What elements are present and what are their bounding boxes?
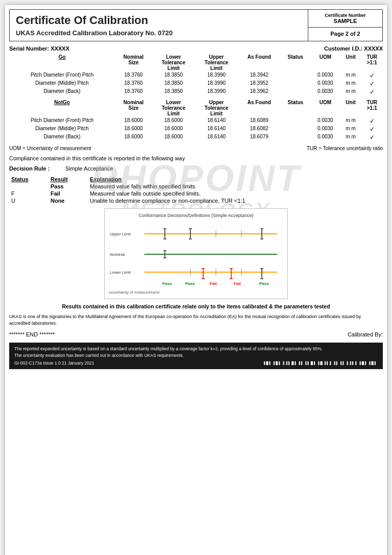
go-table-row: Diameter (Middle) Pitch 18.3760 18.3850 … xyxy=(9,80,383,88)
notgo-table-row: Pitch Diameter (Front) Pitch 18.6000 18.… xyxy=(9,117,383,125)
col-unit: Unit xyxy=(340,54,361,71)
notgo-row-tur: ✓ xyxy=(361,125,383,133)
serial-customer-row: Serial Number: XXXXX Customer I.D.: XXXX… xyxy=(9,45,383,52)
svg-text:Nominal: Nominal xyxy=(110,252,125,257)
notgo-row-as-found: 18.6079 xyxy=(238,133,280,141)
svg-text:Upper Limit: Upper Limit xyxy=(110,232,131,236)
notgo-col-as-found: As Found xyxy=(238,99,280,117)
serial-label: Serial Number: xyxy=(9,45,49,52)
notgo-table-row: Diameter (Back) 18.6000 18.6000 18.6140 … xyxy=(9,133,383,141)
go-row-tur: ✓ xyxy=(361,88,383,96)
page-number-box: Page 2 of 2 xyxy=(308,28,382,40)
cert-number-box: Certificate Number SAMPLE xyxy=(308,10,382,28)
barcode: ▐█▌▐█▌▐▐▌█▌▐▌▐▌█▌▐█▐▌▌▐▌▐▌▐▐▌▌▐█▌▐█▌ xyxy=(263,361,378,366)
go-row-unit: m m xyxy=(340,88,361,96)
svg-text:Fail: Fail xyxy=(234,281,241,286)
notgo-row-as-found: 18.6089 xyxy=(238,117,280,125)
go-row-as-found: 18.3962 xyxy=(238,88,280,96)
go-row-status xyxy=(281,80,311,88)
notgo-section-header: NotGo xyxy=(9,99,115,117)
go-table-row: Pitch Diameter (Front) Pitch 18.3760 18.… xyxy=(9,71,383,80)
col-tur: TUR>1:1 xyxy=(361,54,383,71)
decision-rule-value: Simple Acceptance xyxy=(65,165,113,172)
notgo-row-name: Diameter (Back) xyxy=(9,133,115,141)
go-section-header: Go xyxy=(9,54,115,71)
notgo-col-nominal: NominalSize xyxy=(115,99,152,117)
svg-text:Fail: Fail xyxy=(210,281,217,286)
col-uom: UOM xyxy=(310,54,340,71)
notgo-row-lower: 18.6000 xyxy=(152,133,195,141)
notgo-table: NotGo NominalSize LowerToleranceLimit Up… xyxy=(9,99,383,141)
go-row-tur: ✓ xyxy=(361,80,383,88)
explanation-col-header: Explanation xyxy=(88,176,383,183)
notgo-col-tur: TUR>1:1 xyxy=(361,99,383,117)
cert-number-value: SAMPLE xyxy=(310,18,380,24)
end-section: ******* END ******* Calibrated By: xyxy=(9,331,383,337)
notgo-col-status: Status xyxy=(281,99,311,117)
notgo-col-lower-tol: LowerToleranceLimit xyxy=(152,99,195,117)
page: RHOPOINT METROLOGY Certificate Of Calibr… xyxy=(5,5,387,555)
go-row-tur: ✓ xyxy=(361,71,383,80)
page-number: Page 2 of 2 xyxy=(310,31,380,37)
conformance-diagram-wrapper: Conformance Decisions/Definitions (Simpl… xyxy=(9,208,383,299)
col-as-found: As Found xyxy=(238,54,280,71)
ukas-line: UKAS Accredited Calibration Laboratory N… xyxy=(16,29,302,37)
svg-text:Pass: Pass xyxy=(162,281,172,286)
explanation-cell: Measured value falls outside specified l… xyxy=(88,190,383,197)
result-col-header: Result xyxy=(48,176,88,183)
notgo-row-unit: m m xyxy=(340,117,361,125)
go-row-as-found: 18.3952 xyxy=(238,80,280,88)
notgo-row-uom: 0.0030 xyxy=(310,117,340,125)
status-cell xyxy=(9,183,48,190)
svg-text:Pass: Pass xyxy=(259,281,269,286)
status-table: Status Result Explanation Pass Measured … xyxy=(9,176,383,204)
notgo-row-uom: 0.0030 xyxy=(310,125,340,133)
notgo-row-nominal: 18.6000 xyxy=(115,125,152,133)
go-row-lower: 18.3850 xyxy=(152,71,195,80)
cert-title: Certificate Of Calibration xyxy=(16,14,302,27)
notgo-row-status xyxy=(281,117,311,125)
explanation-cell: Measured value falls within specified li… xyxy=(88,183,383,190)
notgo-row-status xyxy=(281,125,311,133)
customer-label: Customer I.D.: xyxy=(324,45,362,52)
go-row-unit: m m xyxy=(340,71,361,80)
go-row-as-found: 18.3942 xyxy=(238,71,280,80)
notgo-col-uom: UOM xyxy=(310,99,340,117)
col-lower-tol: LowerToleranceLimit xyxy=(152,54,195,71)
go-row-nominal: 18.3760 xyxy=(115,88,152,96)
decision-rule-label: Decision Rule : xyxy=(9,165,65,172)
go-row-name: Pitch Diameter (Front) Pitch xyxy=(9,71,115,80)
serial-value: XXXXX xyxy=(51,45,69,52)
go-row-unit: m m xyxy=(340,80,361,88)
col-upper-tol: UpperToleranceLimit xyxy=(195,54,238,71)
notgo-row-status xyxy=(281,133,311,141)
notgo-row-name: Pitch Diameter (Front) Pitch xyxy=(9,117,115,125)
footer-bar: The reported expanded uncertainty is bas… xyxy=(9,343,383,369)
notgo-row-uom: 0.0030 xyxy=(310,133,340,141)
footer-note-line1: The reported expanded uncertainty is bas… xyxy=(14,346,378,352)
serial-section: Serial Number: XXXXX xyxy=(9,45,69,52)
go-row-upper: 18.3990 xyxy=(195,80,238,88)
ukas-statement: UKAS is one of the signatories to the Mu… xyxy=(9,313,383,326)
notgo-col-upper-tol: UpperToleranceLimit xyxy=(195,99,238,117)
notgo-row-unit: m m xyxy=(340,125,361,133)
notgo-row-upper: 18.6140 xyxy=(195,117,238,125)
cert-number-label: Certificate Number xyxy=(310,13,380,18)
uom-note: UOM = Uncertainty of measurement xyxy=(9,146,91,151)
result-cell: Fail xyxy=(48,190,88,197)
notgo-col-unit: Unit xyxy=(340,99,361,117)
status-table-row: Pass Measured value falls within specifi… xyxy=(9,183,383,190)
go-table: Go NominalSize LowerToleranceLimit Upper… xyxy=(9,54,383,96)
end-text: ******* END ******* xyxy=(9,331,55,337)
decision-rule-row: Decision Rule : Simple Acceptance xyxy=(9,165,383,172)
explanation-cell: Unable to determine compliance or non-co… xyxy=(88,197,383,204)
notgo-row-lower: 18.6000 xyxy=(152,125,195,133)
notgo-row-upper: 18.6140 xyxy=(195,125,238,133)
go-row-upper: 18.3990 xyxy=(195,88,238,96)
status-table-row: U None Unable to determine compliance or… xyxy=(9,197,383,204)
go-row-nominal: 18.3760 xyxy=(115,71,152,80)
go-row-name: Diameter (Back) xyxy=(9,88,115,96)
notgo-row-upper: 18.6140 xyxy=(195,133,238,141)
go-row-status xyxy=(281,71,311,80)
calibrated-by: Calibrated By: xyxy=(348,331,383,337)
